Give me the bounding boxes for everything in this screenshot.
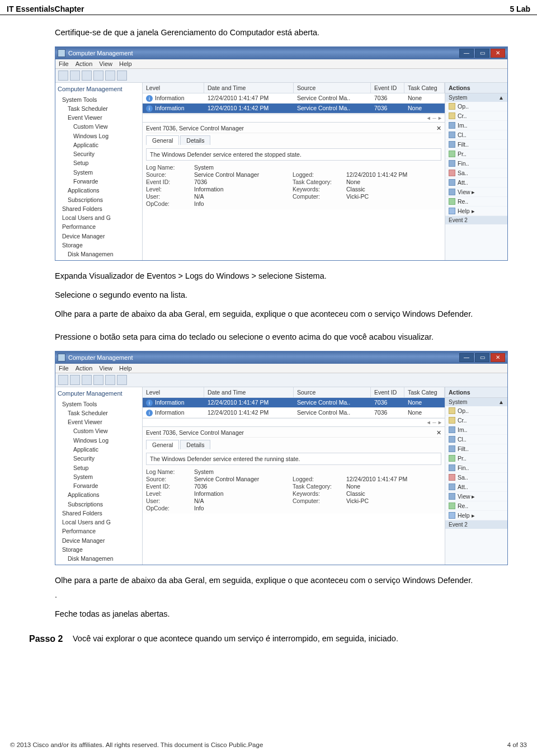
maximize-button[interactable]: ▭ — [475, 49, 489, 58]
menu-item[interactable]: Help — [119, 365, 132, 372]
event-row[interactable]: iInformation12/24/2010 1:41:42 PMService… — [143, 104, 445, 114]
close-button[interactable]: ✕ — [491, 49, 505, 58]
col-level[interactable]: Level — [143, 83, 204, 93]
tree-node[interactable]: Setup — [58, 158, 140, 167]
action-item[interactable]: Cr.. — [445, 416, 507, 425]
tree-node[interactable]: Disk Managemen — [58, 250, 140, 259]
toolbar-button[interactable] — [70, 71, 80, 81]
action-item[interactable]: Filt.. — [445, 444, 507, 454]
action-item[interactable]: Im.. — [445, 121, 507, 130]
tree-node[interactable]: Event Viewer — [58, 113, 140, 122]
toolbar-button[interactable] — [58, 375, 68, 385]
tree-node[interactable]: System — [58, 168, 140, 177]
event-row[interactable]: iInformation12/24/2010 1:41:47 PMService… — [143, 398, 445, 408]
col-source[interactable]: Source — [294, 387, 371, 397]
col-datetime[interactable]: Date and Time — [204, 83, 294, 93]
event-row[interactable]: iInformation12/24/2010 1:41:47 PMService… — [143, 93, 445, 104]
tree-node[interactable]: Applications — [58, 490, 140, 499]
col-datetime[interactable]: Date and Time — [204, 387, 294, 397]
tree-node[interactable]: Device Manager — [58, 232, 140, 241]
minimize-button[interactable]: — — [459, 353, 474, 362]
tree-node[interactable]: Subscriptions — [58, 500, 140, 509]
action-item[interactable]: Sa.. — [445, 473, 507, 482]
toolbar-button[interactable] — [70, 375, 80, 385]
menu-item[interactable]: Action — [76, 365, 93, 372]
tree-pane[interactable]: Computer ManagementSystem ToolsTask Sche… — [55, 387, 143, 565]
tree-node[interactable]: Performance — [58, 222, 140, 231]
action-item[interactable]: Op.. — [445, 102, 507, 111]
toolbar-button[interactable] — [105, 375, 115, 385]
tree-node[interactable]: Task Scheduler — [58, 408, 140, 417]
action-item[interactable]: Cl.. — [445, 130, 507, 140]
tree-node[interactable]: Applicatic — [58, 140, 140, 149]
tree-node[interactable]: Storage — [58, 545, 140, 554]
tree-node[interactable]: Event Viewer — [58, 417, 140, 426]
tab-details[interactable]: Details — [180, 440, 210, 449]
action-item[interactable]: Att.. — [445, 482, 507, 492]
detail-close-icon[interactable]: ✕ — [436, 429, 441, 436]
action-item[interactable]: Cl.. — [445, 435, 507, 444]
menu-item[interactable]: File — [59, 365, 69, 372]
tree-node[interactable]: Custom View — [58, 122, 140, 131]
toolbar-button[interactable] — [105, 71, 115, 81]
action-item[interactable]: Help ▸ — [445, 511, 507, 520]
action-item[interactable]: Re.. — [445, 197, 507, 206]
tree-node[interactable]: Shared Folders — [58, 204, 140, 213]
action-item[interactable]: Sa.. — [445, 168, 507, 178]
toolbar-button[interactable] — [117, 71, 127, 81]
tree-node[interactable]: Subscriptions — [58, 195, 140, 204]
tree-node[interactable]: Local Users and G — [58, 213, 140, 222]
tree-node[interactable]: Windows Log — [58, 132, 140, 140]
toolbar-button[interactable] — [117, 375, 127, 385]
tab-general[interactable]: General — [146, 440, 179, 449]
tree-node[interactable]: Shared Folders — [58, 509, 140, 518]
toolbar-button[interactable] — [82, 71, 92, 81]
minimize-button[interactable]: — — [459, 49, 474, 58]
action-item[interactable]: Fin.. — [445, 463, 507, 473]
tree-node[interactable]: System Tools — [58, 400, 140, 408]
col-taskcat[interactable]: Task Categ — [404, 387, 445, 397]
tree-node[interactable]: Performance — [58, 527, 140, 536]
action-item[interactable]: Cr.. — [445, 111, 507, 121]
tree-root[interactable]: Computer Management — [58, 389, 140, 398]
tree-node[interactable]: Forwarde — [58, 177, 140, 186]
collapse-icon[interactable]: ▲ — [498, 399, 504, 405]
toolbar-button[interactable] — [82, 375, 92, 385]
tree-node[interactable]: Custom View — [58, 426, 140, 435]
tree-node[interactable]: Disk Managemen — [58, 554, 140, 563]
toolbar-button[interactable] — [93, 375, 103, 385]
tree-node[interactable]: Applications — [58, 186, 140, 195]
maximize-button[interactable]: ▭ — [475, 353, 489, 362]
menu-item[interactable]: View — [99, 60, 112, 67]
col-eventid[interactable]: Event ID — [371, 83, 404, 93]
tab-details[interactable]: Details — [180, 135, 210, 145]
action-item[interactable]: Im.. — [445, 425, 507, 435]
tree-node[interactable]: Local Users and G — [58, 518, 140, 527]
col-eventid[interactable]: Event ID — [371, 387, 404, 397]
action-item[interactable]: Pr.. — [445, 149, 507, 159]
action-item[interactable]: View ▸ — [445, 492, 507, 501]
toolbar-button[interactable] — [93, 71, 103, 81]
tree-root[interactable]: Computer Management — [58, 84, 140, 94]
menu-item[interactable]: Help — [119, 60, 132, 67]
action-item[interactable]: Op.. — [445, 406, 507, 416]
tree-node[interactable]: Security — [58, 149, 140, 158]
tree-node[interactable]: Device Manager — [58, 536, 140, 545]
tree-node[interactable]: Security — [58, 454, 140, 463]
col-source[interactable]: Source — [294, 83, 371, 93]
menu-item[interactable]: File — [59, 60, 69, 67]
detail-close-icon[interactable]: ✕ — [436, 125, 441, 132]
action-item[interactable]: Fin.. — [445, 159, 507, 168]
tree-node[interactable]: System Tools — [58, 95, 140, 104]
col-taskcat[interactable]: Task Categ — [404, 83, 445, 93]
action-item[interactable]: View ▸ — [445, 187, 507, 197]
toolbar-button[interactable] — [58, 71, 68, 81]
collapse-icon[interactable]: ▲ — [498, 95, 504, 101]
col-level[interactable]: Level — [143, 387, 204, 397]
tree-node[interactable]: Windows Log — [58, 436, 140, 445]
tree-node[interactable]: Forwarde — [58, 481, 140, 490]
menu-item[interactable]: View — [99, 365, 112, 372]
tree-node[interactable]: Storage — [58, 241, 140, 250]
tree-pane[interactable]: Computer ManagementSystem ToolsTask Sche… — [55, 83, 143, 261]
action-item[interactable]: Att.. — [445, 178, 507, 187]
